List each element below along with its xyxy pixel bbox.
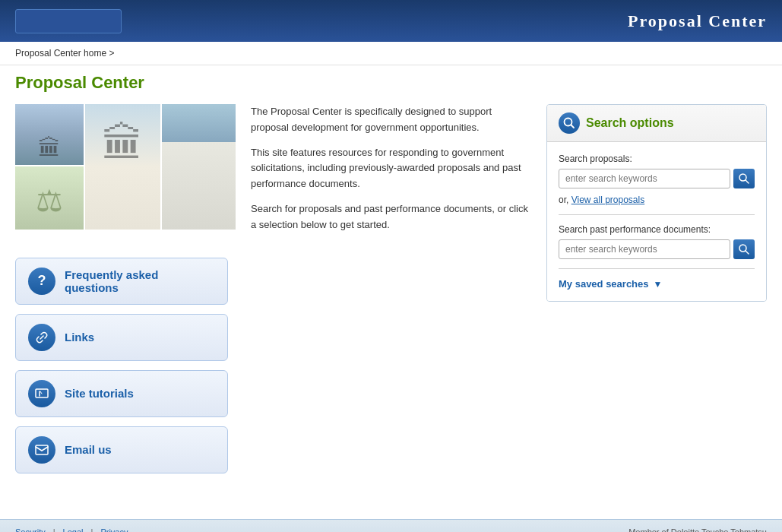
links-button[interactable]: Links [15, 314, 228, 361]
or-line: or, View all proposals [559, 195, 755, 205]
photo-columns [85, 104, 160, 230]
breadcrumb: Proposal Center home > [0, 42, 782, 65]
photo-left-col [15, 104, 84, 230]
proposals-search-row [559, 169, 755, 188]
description-para-1: The Proposal Center is specifically desi… [251, 104, 531, 136]
footer-links: Security | Legal | Privacy [15, 527, 322, 532]
description-para-3: Search for proposals and past performanc… [251, 201, 531, 233]
page-title: Proposal Center [0, 65, 782, 104]
or-text: or, [559, 195, 568, 205]
faq-label: Frequently asked questions [65, 268, 215, 294]
main-content: The Proposal Center is specifically desi… [0, 104, 782, 489]
proposals-search-button[interactable] [733, 169, 755, 188]
photo-collage [15, 104, 236, 230]
search-panel-icon [559, 112, 580, 134]
footer-separator-2: | [91, 527, 93, 532]
photo-capitol-dome [15, 104, 84, 165]
right-column: Search options Search proposals: or, Vi [546, 104, 767, 473]
footer-legal-link[interactable]: Legal [63, 527, 84, 532]
content-area: The Proposal Center is specifically desi… [15, 104, 531, 242]
breadcrumb-separator: > [109, 48, 114, 59]
footer-privacy-link[interactable]: Privacy [100, 527, 128, 532]
faq-button[interactable]: ? Frequently asked questions [15, 258, 228, 305]
view-all-proposals-link[interactable]: View all proposals [571, 195, 645, 205]
search-panel: Search options Search proposals: or, Vi [546, 104, 767, 302]
past-perf-search-row [559, 239, 755, 259]
past-perf-search-label: Search past performance documents: [559, 224, 755, 235]
svg-rect-1 [36, 445, 48, 454]
photo-white-house [162, 104, 236, 230]
search-divider [559, 214, 755, 215]
photo-statue [15, 166, 84, 230]
left-column: The Proposal Center is specifically desi… [15, 104, 531, 473]
proposals-search-label: Search proposals: [559, 154, 755, 164]
saved-searches-toggle[interactable]: My saved searches ▼ [559, 278, 755, 290]
breadcrumb-home-link[interactable]: Proposal Center home [15, 48, 106, 59]
description-text: The Proposal Center is specifically desi… [251, 104, 531, 242]
tutorials-icon [28, 380, 55, 407]
tutorials-label: Site tutorials [65, 387, 134, 400]
header-logo [15, 9, 122, 33]
footer-left: Security | Legal | Privacy Copyright © 2… [15, 527, 322, 532]
description-para-2: This site features resources for respond… [251, 145, 531, 192]
search-panel-title: Search options [586, 116, 674, 130]
links-icon [28, 324, 55, 351]
links-label: Links [65, 331, 94, 344]
email-icon [28, 436, 55, 464]
footer-security-link[interactable]: Security [15, 527, 46, 532]
search-panel-header: Search options [547, 105, 766, 142]
action-buttons: ? Frequently asked questions Links [15, 258, 531, 473]
footer: Security | Legal | Privacy Copyright © 2… [0, 519, 782, 532]
search-panel-body: Search proposals: or, View all proposals [547, 142, 766, 301]
footer-member-text: Member of Deloitte Touche Tohmatsu [628, 527, 767, 532]
email-button[interactable]: Email us [15, 426, 228, 473]
proposals-search-input[interactable] [559, 169, 730, 188]
footer-separator-1: | [53, 527, 55, 532]
header-title: Proposal Center [628, 11, 767, 31]
email-label: Email us [65, 443, 112, 456]
tutorials-button[interactable]: Site tutorials [15, 370, 228, 417]
saved-searches-label: My saved searches [559, 278, 649, 290]
saved-searches-chevron-icon: ▼ [654, 279, 663, 290]
saved-searches-divider [559, 268, 755, 269]
past-perf-search-input[interactable] [559, 239, 730, 259]
header: Proposal Center [0, 0, 782, 42]
footer-bottom: Security | Legal | Privacy Copyright © 2… [15, 527, 767, 532]
faq-icon: ? [28, 268, 55, 295]
past-perf-search-button[interactable] [733, 239, 755, 259]
